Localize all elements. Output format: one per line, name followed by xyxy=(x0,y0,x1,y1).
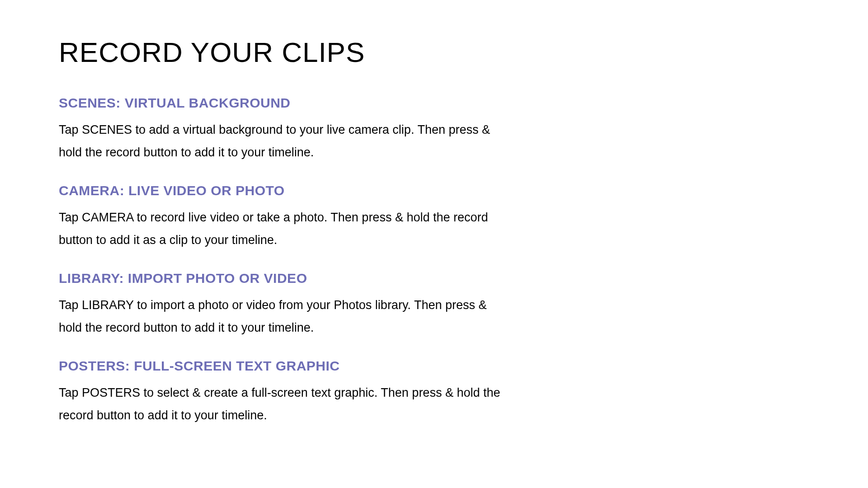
section-body-scenes: Tap SCENES to add a virtual background t… xyxy=(59,119,502,164)
section-library: LIBRARY: IMPORT PHOTO OR VIDEO Tap LIBRA… xyxy=(59,271,809,339)
section-posters: POSTERS: FULL-SCREEN TEXT GRAPHIC Tap PO… xyxy=(59,358,809,427)
section-heading-library: LIBRARY: IMPORT PHOTO OR VIDEO xyxy=(59,271,809,286)
section-heading-camera: CAMERA: LIVE VIDEO OR PHOTO xyxy=(59,183,809,198)
section-body-posters: Tap POSTERS to select & create a full-sc… xyxy=(59,382,502,427)
section-body-camera: Tap CAMERA to record live video or take … xyxy=(59,206,502,252)
page-title: RECORD YOUR CLIPS xyxy=(59,36,809,68)
section-scenes: SCENES: VIRTUAL BACKGROUND Tap SCENES to… xyxy=(59,95,809,164)
section-body-library: Tap LIBRARY to import a photo or video f… xyxy=(59,294,502,339)
section-heading-scenes: SCENES: VIRTUAL BACKGROUND xyxy=(59,95,809,111)
section-heading-posters: POSTERS: FULL-SCREEN TEXT GRAPHIC xyxy=(59,358,809,374)
section-camera: CAMERA: LIVE VIDEO OR PHOTO Tap CAMERA t… xyxy=(59,183,809,252)
